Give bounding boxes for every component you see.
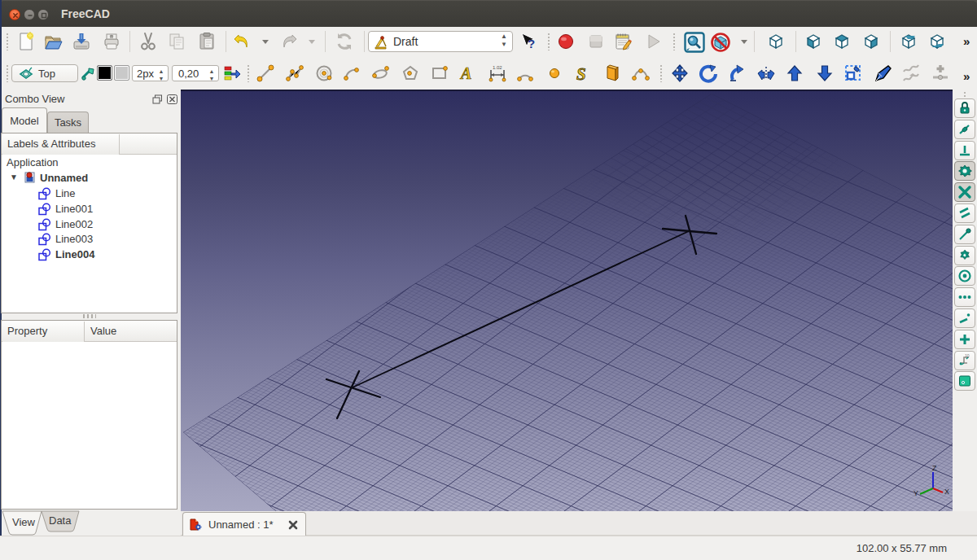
svg-text:1.02: 1.02: [493, 65, 502, 70]
svg-text:X: X: [944, 488, 949, 496]
svg-text:A: A: [459, 64, 471, 82]
svg-text:Data: Data: [49, 514, 72, 527]
svg-text:S: S: [576, 64, 586, 83]
svg-text:Y: Y: [913, 489, 918, 497]
svg-text:?: ?: [528, 37, 535, 50]
svg-text:View: View: [12, 516, 36, 528]
svg-text:10: 10: [965, 353, 970, 358]
svg-text:Z: Z: [932, 464, 937, 472]
